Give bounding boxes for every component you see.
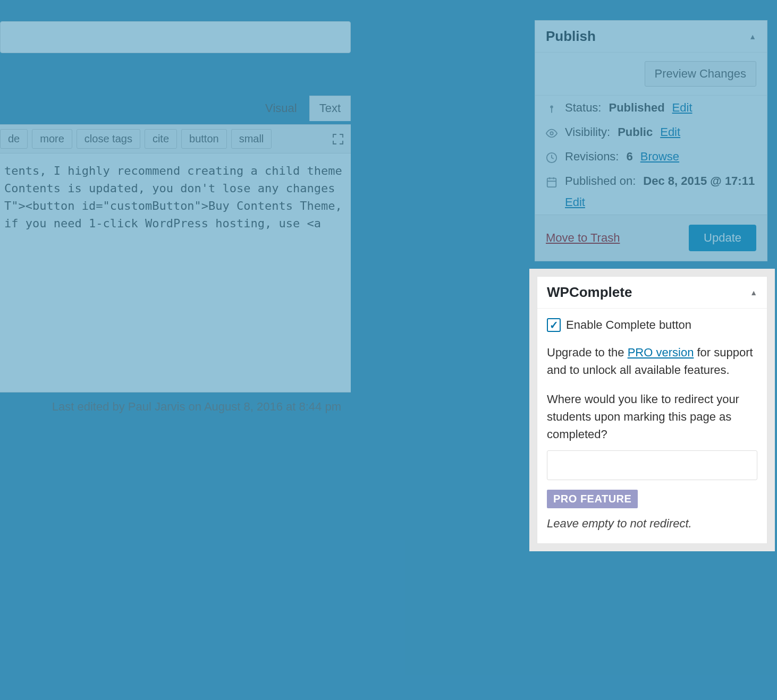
- eye-icon: [546, 127, 558, 139]
- svg-rect-1: [551, 108, 552, 113]
- published-on-label: Published on:: [565, 174, 636, 188]
- editor-area: Visual Text de more close tags cite butt…: [0, 21, 351, 446]
- post-title-input[interactable]: [0, 21, 351, 53]
- toolbar-more-button[interactable]: more: [32, 129, 72, 149]
- revisions-label: Revisions:: [565, 150, 619, 164]
- fullscreen-icon[interactable]: [332, 133, 344, 146]
- toolbar-cite-button[interactable]: cite: [145, 129, 177, 149]
- svg-point-2: [550, 132, 553, 135]
- wpcomplete-title: WPComplete: [547, 284, 632, 301]
- caret-up-icon: ▲: [750, 288, 757, 297]
- enable-complete-label: Enable Complete button: [566, 318, 691, 332]
- redirect-url-input[interactable]: [547, 450, 757, 480]
- status-label: Status:: [565, 101, 601, 115]
- revisions-value: 6: [626, 150, 632, 164]
- last-edited-text: Last edited by Paul Jarvis on August 8, …: [0, 392, 351, 421]
- status-value: Published: [609, 101, 664, 115]
- update-button[interactable]: Update: [689, 225, 756, 251]
- calendar-icon: [546, 176, 558, 188]
- upgrade-prefix: Upgrade to the: [547, 346, 628, 359]
- status-edit-link[interactable]: Edit: [672, 101, 692, 115]
- toolbar-button-button[interactable]: button: [181, 129, 227, 149]
- wpcomplete-panel: WPComplete ▲ ✓ Enable Complete button Up…: [537, 276, 767, 544]
- redirect-hint: Leave empty to not redirect.: [547, 517, 757, 531]
- pro-version-link[interactable]: PRO version: [628, 346, 694, 359]
- upgrade-text: Upgrade to the PRO version for support a…: [547, 344, 757, 379]
- editor-tabs: Visual Text: [0, 96, 351, 121]
- tab-visual[interactable]: Visual: [255, 96, 307, 121]
- caret-up-icon: ▲: [749, 32, 756, 41]
- clock-icon: [546, 152, 558, 164]
- toolbar-close-tags-button[interactable]: close tags: [77, 129, 140, 149]
- toolbar-de-button[interactable]: de: [0, 129, 28, 149]
- published-on-value: Dec 8, 2015 @ 17:11: [643, 174, 755, 188]
- published-edit-link[interactable]: Edit: [565, 195, 756, 209]
- code-line: Contents is updated, you don't lose any …: [4, 180, 347, 197]
- wpcomplete-highlight: WPComplete ▲ ✓ Enable Complete button Up…: [529, 269, 775, 551]
- visibility-edit-link[interactable]: Edit: [660, 125, 680, 139]
- revisions-browse-link[interactable]: Browse: [640, 150, 679, 164]
- code-line: T"><button id="customButton">Buy Content…: [4, 197, 347, 215]
- publish-panel-header[interactable]: Publish ▲: [535, 21, 767, 53]
- code-line: if you need 1-click WordPress hosting, u…: [4, 215, 347, 232]
- wpcomplete-panel-header[interactable]: WPComplete ▲: [537, 277, 767, 309]
- enable-complete-checkbox[interactable]: ✓: [547, 318, 561, 332]
- editor-toolbar: de more close tags cite button small: [0, 124, 351, 153]
- tab-text[interactable]: Text: [309, 96, 351, 121]
- pro-feature-badge: PRO FEATURE: [547, 490, 638, 508]
- toolbar-small-button[interactable]: small: [231, 129, 272, 149]
- preview-changes-button[interactable]: Preview Changes: [645, 61, 756, 87]
- move-to-trash-link[interactable]: Move to Trash: [546, 231, 620, 245]
- sidebar: Publish ▲ Preview Changes Status: Publis…: [535, 20, 767, 277]
- code-line: tents, I highly recommend creating a chi…: [4, 162, 347, 180]
- redirect-question: Where would you like to redirect your st…: [547, 390, 757, 443]
- publish-title: Publish: [546, 28, 596, 45]
- code-editor[interactable]: tents, I highly recommend creating a chi…: [0, 153, 351, 392]
- svg-rect-4: [547, 178, 556, 187]
- publish-panel: Publish ▲ Preview Changes Status: Publis…: [535, 20, 767, 261]
- visibility-value: Public: [618, 125, 653, 139]
- visibility-label: Visibility:: [565, 125, 610, 139]
- pin-icon: [546, 103, 558, 115]
